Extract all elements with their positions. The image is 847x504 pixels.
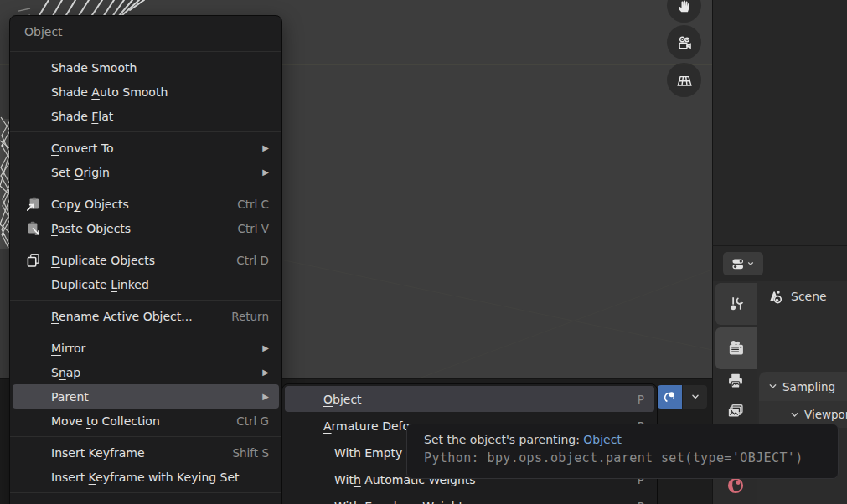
menu-item-shortcut: Ctrl C bbox=[237, 198, 269, 211]
menu-item-paste-objects[interactable]: Paste ObjectsCtrl V bbox=[13, 216, 279, 240]
menu-separator bbox=[10, 332, 281, 332]
menu-title: Object bbox=[10, 16, 281, 48]
menu-separator bbox=[10, 188, 281, 188]
tab-render[interactable] bbox=[715, 327, 757, 369]
submenu-arrow-icon: ▶ bbox=[262, 343, 269, 352]
duplicate-icon bbox=[24, 251, 43, 270]
panel-header-sampling[interactable]: Sampling bbox=[759, 372, 847, 401]
menu-item-insert-keyframe-with-keying-set[interactable]: Insert Keyframe with Keying Set bbox=[13, 465, 279, 489]
menu-item-shortcut: Ctrl D bbox=[236, 254, 269, 267]
menu-item-shortcut: Shift S bbox=[232, 446, 269, 460]
menu-separator bbox=[10, 436, 281, 437]
menu-item-move-to-collection[interactable]: Move to CollectionCtrl G bbox=[13, 409, 279, 433]
menu-item-label: Rename Active Object... bbox=[51, 310, 193, 323]
scene-icon bbox=[764, 286, 784, 306]
menu-item-label: Paste Objects bbox=[51, 222, 131, 235]
render-icon bbox=[726, 338, 746, 358]
menu-item-label: With Envelope Weights bbox=[334, 500, 469, 504]
menu-item-label: Mirror bbox=[51, 342, 85, 355]
menu-item-shade-smooth[interactable]: Shade Smooth bbox=[13, 55, 279, 80]
menu-item-label: Insert Keyframe with Keying Set bbox=[51, 471, 240, 484]
menu-item-label: Object bbox=[323, 393, 362, 406]
chevron-down-icon bbox=[689, 391, 701, 403]
tooltip-python-hint: Python: bpy.ops.object.parent_set(type='… bbox=[424, 450, 838, 465]
menu-item-duplicate-objects[interactable]: Duplicate ObjectsCtrl D bbox=[13, 248, 279, 272]
panel-title-sampling: Sampling bbox=[782, 380, 835, 393]
menu-item-parent[interactable]: Parent▶ bbox=[13, 384, 279, 409]
paste-icon bbox=[24, 219, 43, 238]
menu-item-shade-auto-smooth[interactable]: Shade Auto Smooth bbox=[13, 80, 279, 104]
menu-item-with-envelope-weights[interactable]: With Envelope WeightsP bbox=[285, 493, 654, 504]
tooltip-description-line: Set the object's parenting: Object bbox=[424, 433, 838, 446]
view-layer-icon bbox=[726, 402, 746, 422]
menu-item-copy-objects[interactable]: Copy ObjectsCtrl C bbox=[13, 192, 279, 216]
menu-item-shortcut: Ctrl G bbox=[236, 414, 269, 428]
chevron-down-icon bbox=[746, 260, 755, 268]
menu-item-set-origin[interactable]: Set Origin▶ bbox=[13, 160, 279, 184]
menu-item-shortcut: P bbox=[638, 393, 644, 406]
submenu-arrow-icon: ▶ bbox=[262, 143, 269, 152]
menu-item-shade-flat[interactable]: Shade Flat bbox=[13, 104, 279, 128]
menu-separator bbox=[10, 300, 281, 301]
editor-type-dropdown[interactable] bbox=[723, 252, 763, 275]
menu-item-snap[interactable]: Snap▶ bbox=[13, 360, 279, 384]
menu-item-label: Shade Smooth bbox=[51, 61, 137, 75]
record-icon bbox=[662, 389, 678, 405]
panel-title-viewport: Viewport bbox=[804, 408, 847, 421]
menu-item-label: Copy Objects bbox=[51, 198, 129, 211]
tab-view-layer[interactable] bbox=[724, 400, 746, 423]
menu-separator bbox=[10, 131, 281, 132]
blender-window: Scene Sampling Viewport Object Shade Smo… bbox=[0, 0, 847, 504]
hand-icon bbox=[675, 0, 694, 15]
submenu-arrow-icon: ▶ bbox=[262, 368, 269, 377]
properties-header bbox=[713, 246, 847, 281]
tooltip-description: Set the object's parenting: bbox=[424, 433, 583, 446]
menu-item-mirror[interactable]: Mirror▶ bbox=[13, 336, 279, 360]
menu-item-label: Insert Keyframe bbox=[51, 446, 145, 460]
tab-tool[interactable] bbox=[715, 283, 757, 325]
menu-item-shortcut: Ctrl V bbox=[237, 222, 269, 235]
menu-separator bbox=[10, 51, 281, 52]
menu-item-label: Snap bbox=[51, 366, 80, 379]
menu-item-shortcut: P bbox=[638, 500, 644, 504]
auto-keying-widget bbox=[658, 385, 707, 409]
menu-item-label: Duplicate Linked bbox=[51, 278, 149, 291]
menu-item-convert-to[interactable]: Convert To▶ bbox=[13, 136, 279, 160]
menu-item-label: Move to Collection bbox=[51, 414, 160, 428]
auto-keying-toggle[interactable] bbox=[658, 385, 682, 409]
menu-item-label: Parent bbox=[51, 390, 89, 404]
output-icon bbox=[726, 371, 746, 391]
chevron-down-icon bbox=[790, 410, 799, 419]
object-context-menu: Object Shade SmoothShade Auto SmoothShad… bbox=[9, 15, 282, 504]
menu-item-label: Shade Auto Smooth bbox=[51, 85, 168, 99]
properties-icon bbox=[731, 257, 746, 271]
menu-item-object[interactable]: ObjectP bbox=[285, 386, 654, 412]
submenu-arrow-icon: ▶ bbox=[262, 167, 269, 177]
keying-options-dropdown[interactable] bbox=[683, 385, 707, 409]
breadcrumb-scene-label: Scene bbox=[791, 290, 827, 303]
menu-item-label: Duplicate Objects bbox=[51, 254, 155, 267]
grid-view-gizmo[interactable] bbox=[667, 63, 701, 97]
menu-item-rename-active-object[interactable]: Rename Active Object...Return bbox=[13, 304, 279, 328]
menu-item-label: Convert To bbox=[51, 141, 114, 155]
tooltip: Set the object's parenting: Object Pytho… bbox=[406, 424, 839, 479]
menu-separator bbox=[10, 244, 281, 244]
right-editor[interactable] bbox=[712, 0, 847, 245]
menu-item-insert-keyframe[interactable]: Insert KeyframeShift S bbox=[13, 440, 279, 465]
grid-icon bbox=[675, 71, 694, 90]
menu-separator bbox=[10, 492, 281, 493]
menu-item-shortcut: Return bbox=[231, 310, 269, 323]
breadcrumb[interactable]: Scene bbox=[764, 286, 827, 306]
copy-icon bbox=[24, 195, 43, 213]
tool-icon bbox=[726, 294, 746, 314]
submenu-arrow-icon: ▶ bbox=[262, 392, 269, 401]
tab-output[interactable] bbox=[724, 369, 746, 392]
tooltip-operator-link: Object bbox=[583, 433, 622, 446]
chevron-down-icon bbox=[768, 382, 777, 391]
menu-item-duplicate-linked[interactable]: Duplicate Linked bbox=[13, 272, 279, 296]
menu-items: Shade SmoothShade Auto SmoothShade FlatC… bbox=[10, 55, 281, 493]
menu-item-label: Shade Flat bbox=[51, 110, 113, 123]
camera-view-icon bbox=[675, 33, 694, 52]
camera-view-gizmo[interactable] bbox=[667, 25, 701, 59]
menu-item-label: Set Origin bbox=[51, 166, 110, 179]
